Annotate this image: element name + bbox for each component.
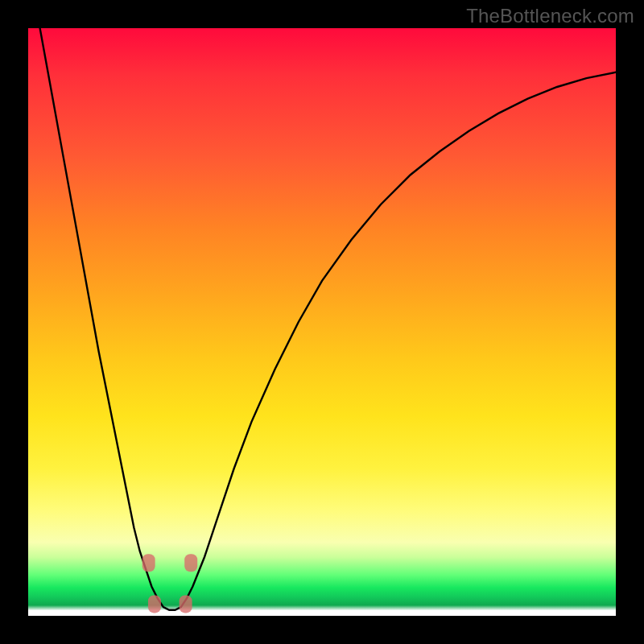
- plot-area: [28, 28, 616, 616]
- curve-marker-2: [148, 595, 161, 613]
- curve-marker-0: [142, 554, 155, 572]
- curve-marker-1: [184, 554, 197, 572]
- curve-layer: [28, 28, 616, 616]
- watermark-text: TheBottleneck.com: [466, 5, 634, 27]
- curve-marker-3: [180, 595, 192, 613]
- chart-frame: TheBottleneck.com: [0, 0, 644, 644]
- bottleneck-curve: [28, 28, 616, 610]
